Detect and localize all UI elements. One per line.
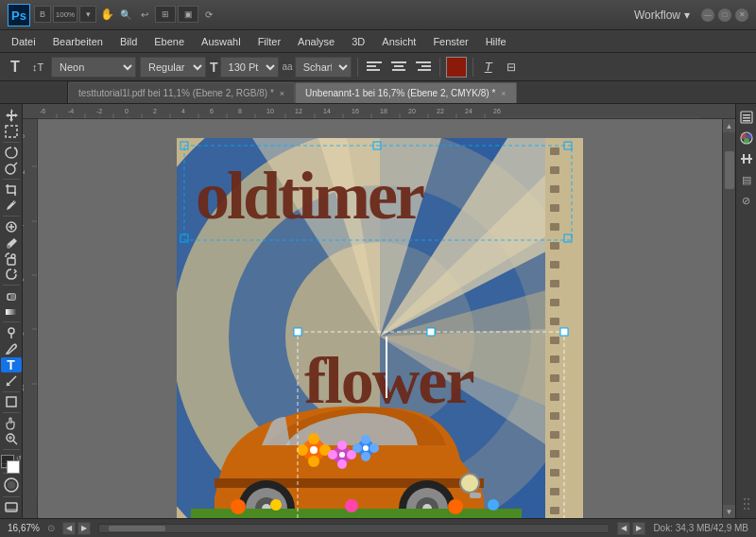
svg-point-131 [308, 433, 319, 444]
menu-filter[interactable]: Filter [250, 34, 288, 49]
nav-next-button[interactable]: ▶ [77, 522, 91, 535]
svg-rect-0 [367, 61, 382, 63]
svg-point-152 [448, 499, 463, 514]
align-right-button[interactable] [413, 57, 434, 78]
doc-tab-1-close[interactable]: × [280, 89, 284, 98]
nav-right-prev-button[interactable]: ◀ [617, 522, 630, 535]
minimize-button[interactable]: — [701, 9, 714, 22]
zoom-level: 16,67% [8, 523, 40, 533]
font-style-select[interactable]: Regular [140, 57, 206, 78]
poster-svg: oldtimer flower [177, 138, 583, 518]
eraser-tool[interactable] [1, 288, 22, 303]
dodge-tool[interactable] [1, 325, 22, 340]
svg-text:2: 2 [153, 108, 157, 114]
font-family-select[interactable]: Neon [51, 57, 136, 78]
text-color-swatch[interactable] [446, 57, 467, 78]
scroll-track-vertical[interactable] [723, 132, 735, 505]
channels-icon[interactable] [737, 129, 756, 147]
svg-point-146 [352, 443, 362, 453]
tab-bar: testtutorial1l.pdf bei 11,1% (Ebene 2, R… [0, 81, 756, 104]
svg-rect-110 [550, 412, 559, 420]
screen-mode-tool[interactable] [1, 499, 22, 514]
menu-ansicht[interactable]: Ansicht [374, 34, 423, 49]
crop-tool[interactable] [1, 182, 22, 198]
menu-3d[interactable]: 3D [344, 34, 372, 49]
scroll-thumb-horizontal[interactable] [109, 526, 165, 531]
layers-icon[interactable] [737, 108, 756, 127]
history-brush-tool[interactable] [1, 267, 22, 282]
scroll-up-button[interactable]: ▲ [723, 119, 736, 132]
type-tool[interactable]: T [1, 357, 22, 372]
close-button[interactable]: ✕ [735, 9, 748, 22]
adjustments-icon[interactable] [737, 149, 756, 168]
quick-mask-tool[interactable] [1, 476, 22, 494]
maximize-button[interactable]: □ [718, 9, 731, 22]
svg-line-11 [14, 163, 17, 165]
svg-rect-113 [550, 469, 559, 476]
zoom-tool[interactable] [1, 432, 22, 447]
scroll-thumb-vertical[interactable] [725, 151, 734, 189]
history-icon[interactable]: ▤ [737, 170, 756, 189]
align-left-button[interactable] [364, 57, 385, 78]
lasso-tool[interactable] [1, 146, 22, 161]
align-center-button[interactable] [388, 57, 409, 78]
doc-tab-1-label: testtutorial1l.pdf bei 11,1% (Ebene 2, R… [78, 88, 274, 98]
actions-icon[interactable]: ⊘ [737, 191, 756, 210]
menu-analyse[interactable]: Analyse [290, 34, 342, 49]
character-panel-icon[interactable]: ⊟ [502, 58, 521, 77]
svg-rect-177 [743, 154, 745, 164]
svg-rect-108 [550, 374, 559, 382]
gradient-tool[interactable] [1, 304, 22, 320]
color-swatches[interactable]: ↺ ⬚ [1, 455, 22, 470]
workspace-selector[interactable]: Workflow ▾ [634, 9, 690, 22]
font-size-select[interactable]: 130 Pt [220, 57, 279, 78]
marquee-tool[interactable] [1, 124, 22, 139]
menu-datei[interactable]: Datei [4, 34, 43, 49]
nav-right-next-button[interactable]: ▶ [632, 522, 645, 535]
menu-ebene[interactable]: Ebene [146, 34, 192, 49]
svg-text:10: 10 [266, 108, 274, 114]
svg-text:2: 2 [23, 170, 26, 174]
menu-bild[interactable]: Bild [112, 34, 145, 49]
svg-point-10 [6, 165, 15, 174]
scrollbar-horizontal[interactable] [98, 524, 610, 533]
tool-sep-6 [3, 391, 20, 392]
divider-1 [357, 58, 358, 77]
path-selection-tool[interactable] [1, 373, 22, 389]
menu-fenster[interactable]: Fenster [425, 34, 475, 49]
shape-tool[interactable] [1, 394, 22, 409]
doc-tab-2-close[interactable]: × [501, 89, 506, 98]
svg-rect-100 [550, 223, 559, 231]
text-direction-icon[interactable]: ↕T [28, 58, 47, 77]
canvas-scroll[interactable]: oldtimer flower [38, 119, 722, 518]
svg-rect-106 [550, 337, 559, 344]
warp-text-icon[interactable]: T [479, 58, 498, 77]
menu-bearbeiten[interactable]: Bearbeiten [45, 34, 111, 49]
workspace-dropdown-arrow[interactable]: ▾ [684, 9, 690, 22]
svg-point-175 [744, 138, 749, 144]
doc-tab-2[interactable]: Unbenannt-1 bei 16,7% (Ebene 2, CMYK/8) … [295, 82, 517, 103]
text-orientation-icon[interactable]: T [6, 58, 25, 77]
brush-tool[interactable] [1, 235, 22, 251]
svg-rect-163 [560, 328, 568, 336]
clone-tool[interactable] [1, 251, 22, 267]
aa-mode-select[interactable]: Scharf [295, 57, 352, 78]
svg-rect-114 [550, 488, 559, 495]
zoom-icon: ⊙ [47, 523, 55, 533]
scroll-down-button[interactable]: ▼ [723, 505, 736, 518]
svg-text:14: 14 [323, 108, 331, 114]
doc-tab-1[interactable]: testtutorial1l.pdf bei 11,1% (Ebene 2, R… [68, 82, 295, 103]
hand-tool[interactable] [1, 416, 22, 431]
menu-hilfe[interactable]: Hilfe [478, 34, 514, 49]
menu-auswahl[interactable]: Auswahl [194, 34, 249, 49]
nav-prev-button[interactable]: ◀ [62, 522, 76, 535]
healing-tool[interactable] [1, 219, 22, 234]
svg-rect-101 [550, 242, 559, 250]
eyedropper-tool[interactable] [1, 199, 22, 214]
pen-tool[interactable] [1, 341, 22, 356]
svg-point-143 [361, 435, 370, 444]
scrollbar-vertical[interactable]: ▲ ▼ [722, 119, 735, 518]
quick-select-tool[interactable] [1, 161, 22, 176]
svg-point-139 [337, 459, 347, 469]
move-tool[interactable] [1, 108, 22, 123]
